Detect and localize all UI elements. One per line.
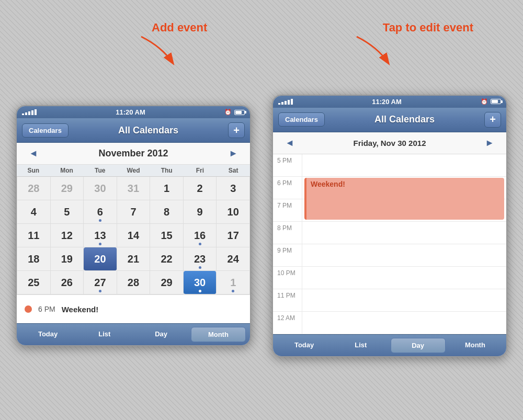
status-bar-left: 11:20 AM ⏰ bbox=[17, 106, 250, 118]
cal-day-24[interactable]: 24 bbox=[217, 247, 250, 271]
prev-day-button[interactable]: ◄ bbox=[281, 137, 299, 150]
clock-icon-left: ⏰ bbox=[224, 109, 232, 116]
status-bar-right: 11:20 AM ⏰ bbox=[273, 96, 506, 108]
calendars-button-left[interactable]: Calendars bbox=[22, 123, 69, 138]
tab-month-right[interactable]: Month bbox=[448, 338, 502, 353]
cal-day-12[interactable]: 12 bbox=[51, 224, 84, 247]
day-nav-right: ◄ Friday, Nov 30 2012 ► bbox=[273, 132, 506, 154]
time-slot-5-PM: 5 PM bbox=[273, 154, 506, 177]
cal-day-30[interactable]: 30 bbox=[184, 271, 217, 294]
cal-day-25[interactable]: 25 bbox=[17, 271, 51, 294]
signal-left bbox=[22, 109, 37, 115]
calendars-button-right[interactable]: Calendars bbox=[278, 112, 325, 127]
cal-day-other-30[interactable]: 30 bbox=[84, 177, 117, 200]
cal-day-19[interactable]: 19 bbox=[51, 247, 84, 271]
time-slot-9-PM: 9 PM bbox=[273, 244, 506, 267]
event-title-left[interactable]: Weekend! bbox=[62, 305, 99, 314]
status-time-right: 11:20 AM bbox=[372, 98, 402, 106]
time-slot-7-PM: 7 PM bbox=[273, 199, 506, 222]
day-header-sat: Sat bbox=[217, 165, 250, 176]
day-header-wed: Wed bbox=[117, 165, 150, 176]
signal-right bbox=[278, 99, 293, 105]
tab-day-right[interactable]: Day bbox=[391, 338, 446, 353]
next-day-button[interactable]: ► bbox=[481, 137, 498, 150]
cal-day-29[interactable]: 29 bbox=[150, 271, 184, 294]
cal-day-18[interactable]: 18 bbox=[17, 247, 51, 271]
day-header-fri: Fri bbox=[184, 165, 217, 176]
cal-day-5[interactable]: 5 bbox=[51, 200, 84, 224]
calendar-grid-left: 2829303112345678910111213141516171819202… bbox=[17, 177, 250, 294]
cal-day-23[interactable]: 23 bbox=[184, 247, 217, 271]
cal-day-15[interactable]: 15 bbox=[150, 224, 184, 247]
cal-day-3[interactable]: 3 bbox=[217, 177, 250, 200]
add-event-button-right[interactable]: + bbox=[484, 112, 501, 128]
status-time-left: 11:20 AM bbox=[116, 108, 145, 116]
tab-today-left[interactable]: Today bbox=[21, 327, 75, 342]
nav-bar-left: Calendars All Calendars + bbox=[17, 118, 250, 143]
time-content-2 bbox=[302, 199, 506, 221]
time-content-5 bbox=[302, 267, 506, 289]
cal-day-20[interactable]: 20 bbox=[84, 247, 117, 271]
day-header-thu: Thu bbox=[150, 165, 184, 176]
time-content-1[interactable]: Weekend! bbox=[302, 177, 506, 199]
next-month-button[interactable]: ► bbox=[224, 147, 242, 160]
cal-day-other-28[interactable]: 28 bbox=[17, 177, 51, 200]
nav-title-right: All Calendars bbox=[374, 114, 435, 125]
time-label-6: 11 PM bbox=[273, 289, 302, 301]
time-label-1: 6 PM bbox=[273, 177, 302, 189]
time-slot-12-AM: 12 AM bbox=[273, 312, 506, 334]
tap-to-edit-annotation: Tap to edit event bbox=[383, 21, 473, 35]
cal-day-2[interactable]: 2 bbox=[184, 177, 217, 200]
cal-day-21[interactable]: 21 bbox=[117, 247, 151, 271]
battery-icon-right bbox=[491, 99, 501, 104]
add-event-button[interactable]: + bbox=[228, 122, 245, 138]
tab-list-right[interactable]: List bbox=[334, 338, 388, 353]
tab-today-right[interactable]: Today bbox=[277, 338, 331, 353]
cal-day-16[interactable]: 16 bbox=[184, 224, 217, 247]
cal-day-22[interactable]: 22 bbox=[150, 247, 184, 271]
cal-day-4[interactable]: 4 bbox=[17, 200, 51, 224]
cal-day-1[interactable]: 1 bbox=[150, 177, 184, 200]
day-headers-left: Sun Mon Tue Wed Thu Fri Sat bbox=[17, 165, 250, 177]
event-list-left: 6 PM Weekend! bbox=[17, 294, 250, 323]
cal-day-8[interactable]: 8 bbox=[150, 200, 184, 224]
time-label-4: 9 PM bbox=[273, 244, 302, 256]
cal-day-14[interactable]: 14 bbox=[117, 224, 151, 247]
event-dot-left bbox=[25, 305, 32, 313]
time-label-2: 7 PM bbox=[273, 199, 302, 211]
cal-day-17[interactable]: 17 bbox=[217, 224, 250, 247]
cal-day-28[interactable]: 28 bbox=[117, 271, 151, 294]
nav-bar-right: Calendars All Calendars + bbox=[273, 108, 506, 132]
cal-day-26[interactable]: 26 bbox=[51, 271, 84, 294]
cal-day-11[interactable]: 11 bbox=[17, 224, 51, 247]
cal-day-other-1[interactable]: 1 bbox=[217, 271, 250, 294]
cal-day-6[interactable]: 6 bbox=[84, 200, 117, 224]
battery-icon-left bbox=[234, 110, 245, 115]
cal-day-7[interactable]: 7 bbox=[117, 200, 151, 224]
nav-title-left: All Calendars bbox=[118, 125, 178, 136]
add-event-annotation: Add event bbox=[152, 21, 207, 35]
status-icons-left: ⏰ bbox=[224, 109, 245, 116]
event-dot-indicator bbox=[99, 290, 101, 292]
day-view-right: 5 PM6 PMWeekend!7 PM8 PM9 PM10 PM11 PM12… bbox=[273, 154, 506, 334]
cal-day-other-31[interactable]: 31 bbox=[117, 177, 151, 200]
cal-day-9[interactable]: 9 bbox=[184, 200, 217, 224]
time-content-4 bbox=[302, 244, 506, 266]
tab-day-left[interactable]: Day bbox=[134, 327, 188, 342]
tab-list-left[interactable]: List bbox=[77, 327, 131, 342]
day-title-right: Friday, Nov 30 2012 bbox=[354, 139, 426, 147]
day-header-sun: Sun bbox=[17, 165, 50, 176]
time-label-5: 10 PM bbox=[273, 267, 302, 279]
time-slot-8-PM: 8 PM bbox=[273, 222, 506, 244]
time-slot-11-PM: 11 PM bbox=[273, 289, 506, 312]
time-label-3: 8 PM bbox=[273, 222, 302, 234]
event-dot-indicator bbox=[232, 290, 234, 292]
cal-day-other-29[interactable]: 29 bbox=[51, 177, 84, 200]
cal-day-10[interactable]: 10 bbox=[217, 200, 250, 224]
time-content-7 bbox=[302, 312, 506, 334]
tab-month-left[interactable]: Month bbox=[191, 327, 246, 342]
cal-day-27[interactable]: 27 bbox=[84, 271, 117, 294]
cal-day-13[interactable]: 13 bbox=[84, 224, 117, 247]
prev-month-button[interactable]: ◄ bbox=[25, 147, 42, 160]
tab-bar-right: TodayListDayMonth bbox=[273, 334, 506, 356]
